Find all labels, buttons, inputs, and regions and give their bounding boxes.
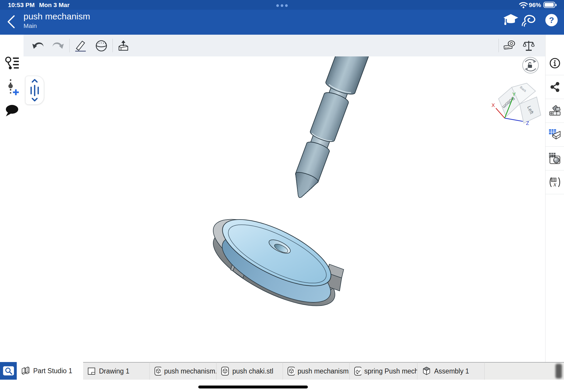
svg-text:x: x [553, 181, 556, 188]
sketch-icon[interactable] [74, 39, 87, 52]
toolbar [24, 35, 545, 56]
tab-label: push chaki.stl [232, 367, 273, 375]
orbit-lock-button[interactable] [523, 57, 538, 73]
status-bar: 10:53 PM Mon 3 Mar 96% [0, 0, 564, 10]
scrubber-up-icon[interactable] [32, 80, 37, 82]
tab-push-chaki-stl[interactable]: push chaki.stl [216, 362, 283, 380]
appearance-icon [548, 105, 561, 117]
config-table-button[interactable] [545, 147, 564, 170]
scrubber-handle-icon[interactable] [31, 86, 38, 96]
tab-push-mechanism-stl[interactable]: push mechanism.stl [283, 362, 350, 380]
tab-search-icon [3, 366, 14, 376]
model-scene: Bottom Left Back X Y Z [24, 56, 545, 362]
more-handle-icon[interactable] [276, 4, 288, 8]
document-title: push mechanism [24, 12, 90, 21]
stl-tab-icon [221, 366, 229, 376]
revolve-icon[interactable] [95, 39, 108, 52]
tab-label: Drawing 1 [99, 367, 130, 375]
info-button[interactable] [545, 51, 564, 75]
tab-label: spring Push mech… [364, 367, 417, 375]
assembly-tab-icon [422, 366, 431, 376]
stl-tab-icon [154, 366, 161, 376]
configurations-button[interactable] [545, 123, 564, 147]
app-header: push mechanism Main ? [0, 10, 564, 35]
sketch-tab-icon [354, 366, 361, 376]
document-tab-bar: Part Studio 1 Drawing 1 push mechanism.s… [0, 362, 564, 380]
tab-label: Part Studio 1 [33, 367, 72, 375]
viewport-3d[interactable]: Bottom Left Back X Y Z [24, 56, 545, 362]
configurations-icon [548, 128, 561, 141]
mass-properties-icon[interactable] [522, 39, 535, 52]
measure-icon[interactable] [503, 39, 516, 52]
model-push-plate[interactable] [203, 205, 345, 321]
axis-y-label: Y [512, 92, 516, 97]
axis-z-line [505, 118, 523, 121]
share-button[interactable] [545, 75, 564, 99]
tab-assembly-1[interactable]: Assembly 1 [418, 362, 485, 380]
clock: 10:53 PM [8, 1, 35, 9]
variables-button[interactable]: x [545, 170, 564, 194]
toolbar-separator [69, 39, 70, 52]
tab-label: Assembly 1 [434, 367, 469, 375]
toolbar-separator [498, 39, 499, 52]
tab-label: push mechanism.stl [298, 367, 349, 375]
config-table-icon [548, 152, 561, 165]
feature-scrubber[interactable] [25, 76, 44, 105]
view-cube[interactable]: Bottom Left Back X Y Z [491, 83, 541, 126]
axis-x-label: X [491, 103, 495, 108]
date: Mon 3 Mar [39, 1, 70, 9]
drawing-tab-icon [87, 367, 96, 376]
tab-drawing-1[interactable]: Drawing 1 [83, 362, 150, 380]
variables-icon: x [548, 176, 561, 189]
education-icon[interactable] [503, 13, 519, 27]
tab-label: push mechanism.s… [164, 367, 216, 375]
share-icon [549, 81, 561, 93]
tab-search-button[interactable] [0, 362, 17, 380]
wifi-icon [519, 1, 528, 9]
export-icon[interactable] [117, 39, 130, 52]
appearance-button[interactable] [545, 99, 564, 123]
left-rail [0, 35, 24, 362]
help-icon[interactable]: ? [545, 14, 558, 27]
tab-part-studio-1[interactable]: Part Studio 1 [17, 362, 83, 380]
undo-icon[interactable] [31, 39, 44, 52]
scrubber-down-icon[interactable] [32, 98, 37, 101]
home-indicator[interactable] [198, 386, 308, 388]
axis-z-label: Z [526, 120, 529, 126]
battery-icon [543, 2, 557, 8]
svg-text:?: ? [549, 16, 554, 25]
stl-tab-icon [287, 366, 295, 376]
redo-icon[interactable] [52, 39, 65, 52]
right-rail: x [545, 35, 564, 362]
workspace-name: Main [24, 22, 37, 29]
back-button[interactable] [6, 15, 16, 29]
toolbar-separator [113, 39, 113, 52]
feature-list-icon[interactable] [4, 56, 19, 71]
part-studio-tab-icon [21, 366, 30, 376]
info-icon [549, 57, 561, 69]
tab-bar-scroll-indicator[interactable] [555, 364, 562, 378]
tab-push-mechanism-s[interactable]: push mechanism.s… [150, 362, 216, 380]
model-push-rod[interactable] [285, 56, 369, 203]
tab-spring-push-mech[interactable]: spring Push mech… [350, 362, 417, 380]
comment-icon[interactable] [5, 104, 19, 118]
insert-feature-icon[interactable] [5, 78, 20, 96]
follow-mode-icon[interactable] [521, 13, 536, 27]
battery-percent: 96% [529, 1, 541, 9]
